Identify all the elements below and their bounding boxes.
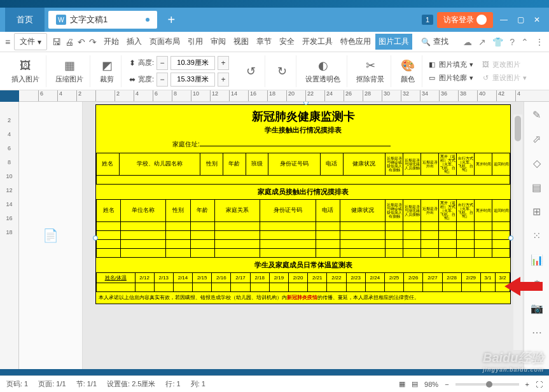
apps-icon[interactable]: ⁙ (531, 229, 543, 242)
login-button[interactable]: 访客登录 (437, 12, 493, 28)
chart-icon[interactable]: 📊 (531, 253, 543, 266)
file-menu[interactable]: 文件▾ (14, 33, 47, 50)
svg-marker-0 (504, 277, 543, 296)
hamburger-icon[interactable]: ≡ (5, 37, 10, 47)
save-icon[interactable]: 🖫 (52, 37, 61, 47)
status-page[interactable]: 页码: 1 (6, 379, 28, 389)
menu-review[interactable]: 审阅 (207, 34, 229, 50)
crop-group[interactable]: ◩ 裁剪 (93, 55, 122, 87)
skin-icon[interactable]: 👕 (492, 37, 503, 47)
print-icon[interactable]: 🖨 (65, 37, 74, 47)
rotate-group2[interactable]: ↻ (268, 55, 296, 87)
view-mode-icon2[interactable]: ▤ (412, 380, 418, 388)
camera-icon[interactable]: 📷 (531, 302, 543, 314)
add-tab-button[interactable]: + (162, 11, 180, 29)
doc-icon: W (56, 15, 66, 25)
reset-icon: ↺ (481, 73, 490, 82)
search-icon: 🔍 (421, 38, 431, 46)
rotate-left-icon: ↺ (243, 64, 258, 79)
menu-reference[interactable]: 引用 (184, 34, 206, 50)
layers-icon[interactable]: ▤ (531, 181, 543, 193)
status-col: 列: 1 (191, 379, 205, 389)
status-pages[interactable]: 页面: 1/1 (38, 379, 66, 389)
select-icon[interactable]: ⬀ (531, 132, 543, 145)
watermark: Baidu经验 jingyan.baidu.com (483, 349, 544, 373)
rotate-right-icon: ↻ (274, 64, 289, 79)
address-row: 家庭住址: (96, 139, 510, 153)
rotate-group[interactable]: ↺ (237, 55, 265, 87)
menu-special[interactable]: 特色应用 (337, 34, 374, 50)
undo-icon[interactable]: ↶ (78, 37, 85, 47)
lock-aspect-icon[interactable]: ⬍ (129, 59, 136, 67)
outline-icon: ▭ (427, 73, 436, 82)
family-table: 姓名单位名称性别年龄家庭关系身份证号码电话健康状况近期是否与确诊或疑似病人有接触… (96, 199, 510, 258)
view-mode-icon[interactable]: ▦ (399, 380, 405, 388)
menu-security[interactable]: 安全 (276, 34, 298, 50)
menu-items: 开始 插入 页面布局 引用 审阅 视图 章节 安全 开发工具 特色应用 图片工具 (101, 34, 412, 50)
vertical-scrollbar[interactable] (513, 115, 522, 350)
remove-bg-group[interactable]: ✂ 抠除背景 (350, 55, 391, 87)
share-icon[interactable]: ↗ (478, 37, 486, 47)
help-icon[interactable]: ? (510, 37, 515, 47)
menu-start[interactable]: 开始 (101, 34, 122, 50)
close-button[interactable]: ✕ (530, 15, 544, 25)
table-icon[interactable]: ⊞ (531, 205, 543, 218)
status-setting: 设置值: 2.5厘米 (107, 379, 155, 389)
temperature-table: 姓名/体温2/122/132/142/152/162/172/182/192/2… (96, 272, 510, 292)
redo-icon[interactable]: ↷ (89, 37, 97, 47)
shape-icon[interactable]: ◇ (531, 157, 543, 169)
minimize-button[interactable]: — (497, 15, 511, 25)
change-pic-button: 🖼 更改图片 (478, 59, 529, 71)
tab-home[interactable]: 首页 (5, 8, 45, 32)
reset-pic-button[interactable]: ↺ 重设图片▾ (478, 72, 529, 84)
scroll-thumb[interactable] (515, 116, 521, 141)
vertical-ruler: 24681012141618 (0, 102, 19, 369)
color-group[interactable]: 🎨 颜色 (394, 55, 422, 87)
zoom-slider[interactable] (455, 383, 519, 386)
collapse-icon[interactable]: ⌃ (521, 37, 529, 47)
zoom-out[interactable]: − (445, 381, 448, 388)
doc-subtitle1: 学生接触出行情况摸排表 (96, 125, 510, 139)
more-tools-icon[interactable]: ⋯ (531, 326, 543, 339)
maximize-button[interactable]: ▢ (513, 15, 527, 25)
pen-icon[interactable]: ✎ (531, 108, 543, 121)
height-input[interactable] (170, 56, 215, 70)
section3-title: 学生及家庭成员日常体温监测表 (96, 258, 510, 272)
menu-page-layout[interactable]: 页面布局 (146, 34, 183, 50)
width-inc[interactable]: + (218, 73, 229, 87)
cloud-icon[interactable]: ☁ (463, 37, 472, 47)
compress-icon: ▦ (62, 58, 77, 73)
width-input[interactable] (170, 73, 215, 87)
transparent-group[interactable]: ◐ 设置透明色 (299, 55, 347, 87)
canvas[interactable]: 新冠肺炎健康监测卡 学生接触出行情况摸排表 家庭住址: 姓名学校、幼儿园名称性别… (83, 102, 524, 369)
nav-panel: 📄 (19, 102, 83, 369)
insert-picture-group[interactable]: 🖼 插入图片 (5, 55, 46, 87)
compress-group[interactable]: ▦ 压缩图片 (49, 55, 90, 87)
status-bar: 页码: 1 页面: 1/1 节: 1/1 设置值: 2.5厘米 行: 1 列: … (0, 375, 549, 392)
height-label: 高度: (138, 58, 154, 67)
zoom-in[interactable]: + (525, 381, 529, 388)
width-icon[interactable]: ⬌ (129, 75, 136, 84)
search-button[interactable]: 🔍 查找 (417, 34, 452, 50)
fill-button[interactable]: ◧ 图片填充▾ (425, 59, 476, 71)
menu-section[interactable]: 章节 (253, 34, 275, 50)
zoom-value[interactable]: 98% (424, 381, 438, 388)
transparent-icon: ◐ (316, 58, 331, 73)
menu-insert[interactable]: 插入 (123, 34, 145, 50)
more-icon[interactable]: ⋮ (535, 37, 544, 47)
menu-view[interactable]: 视图 (230, 34, 252, 50)
status-section: 节: 1/1 (76, 379, 97, 389)
outline-button[interactable]: ▭ 图片轮廓▾ (425, 72, 476, 84)
menu-dev[interactable]: 开发工具 (299, 34, 336, 50)
right-toolbar: ✎ ⬀ ◇ ▤ ⊞ ⁙ 📊 ⚙ 📷 ⋯ (524, 102, 549, 369)
page-thumb-icon[interactable]: 📄 (43, 228, 59, 243)
height-inc[interactable]: + (218, 56, 229, 70)
width-dec[interactable]: − (156, 73, 168, 87)
fullscreen-icon[interactable]: ⛶ (536, 381, 543, 388)
width-label: 宽度: (138, 74, 154, 84)
tab-document[interactable]: W 文字文稿1 (48, 11, 157, 29)
section2-title: 家庭成员接触出行情况摸排表 (96, 185, 510, 199)
document-image[interactable]: 新冠肺炎健康监测卡 学生接触出行情况摸排表 家庭住址: 姓名学校、幼儿园名称性别… (95, 104, 511, 304)
height-dec[interactable]: − (156, 56, 168, 70)
menu-picture-tools[interactable]: 图片工具 (375, 34, 412, 50)
